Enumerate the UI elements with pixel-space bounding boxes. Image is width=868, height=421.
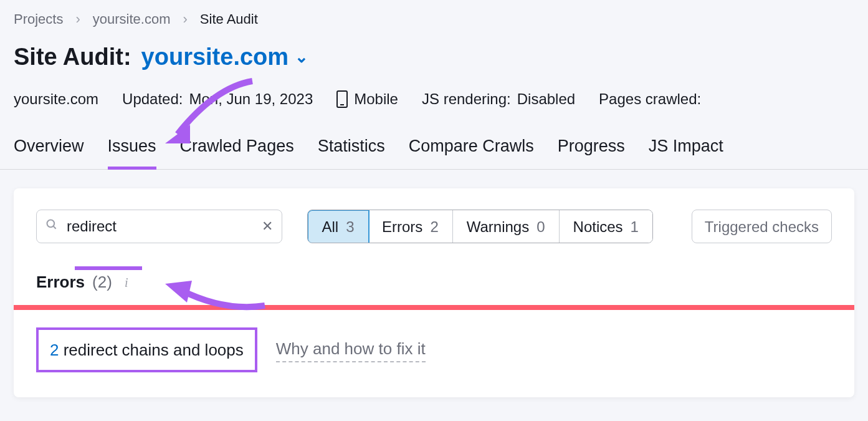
filter-errors[interactable]: Errors 2	[368, 210, 453, 243]
search-icon	[45, 217, 58, 236]
tab-crawled-pages[interactable]: Crawled Pages	[180, 128, 294, 170]
tab-js-impact[interactable]: JS Impact	[649, 128, 723, 170]
filter-label: Notices	[573, 216, 623, 238]
tab-compare-crawls[interactable]: Compare Crawls	[409, 128, 534, 170]
info-js-label: JS rendering:	[422, 89, 511, 110]
page-title: Site Audit:	[14, 41, 131, 74]
tab-statistics[interactable]: Statistics	[318, 128, 385, 170]
panel-toolbar: ✕ All 3 Errors 2 Warnings 0 Notices 1 Tr…	[14, 188, 854, 259]
breadcrumb: Projects › yoursite.com › Site Audit	[0, 0, 868, 34]
filter-notices[interactable]: Notices 1	[560, 210, 652, 243]
triggered-checks-button[interactable]: Triggered checks	[692, 210, 832, 243]
errors-label: Errors	[36, 271, 85, 293]
tabs: Overview Issues Crawled Pages Statistics…	[0, 128, 868, 170]
errors-heading: Errors (2) i	[14, 259, 854, 304]
chevron-right-icon: ›	[183, 10, 188, 29]
chevron-right-icon: ›	[75, 10, 80, 29]
breadcrumb-domain[interactable]: yoursite.com	[93, 10, 171, 29]
filter-warnings[interactable]: Warnings 0	[453, 210, 560, 243]
domain-name: yoursite.com	[141, 41, 289, 74]
page-title-row: Site Audit: yoursite.com ⌄	[0, 34, 868, 76]
info-updated-label: Updated:	[122, 89, 183, 110]
issue-row: 2 redirect chains and loops Why and how …	[14, 310, 854, 397]
breadcrumb-current: Site Audit	[200, 10, 258, 29]
filter-label: All	[322, 216, 339, 238]
search-input[interactable]	[65, 217, 254, 236]
info-js-value: Disabled	[517, 89, 575, 110]
info-pages-crawled: Pages crawled:	[599, 89, 701, 110]
info-updated-value: Mon, Jun 19, 2023	[189, 89, 313, 110]
info-bar: yoursite.com Updated: Mon, Jun 19, 2023 …	[0, 76, 868, 128]
info-icon[interactable]: i	[120, 276, 133, 289]
domain-switcher[interactable]: yoursite.com ⌄	[141, 41, 309, 74]
clear-icon[interactable]: ✕	[262, 217, 273, 236]
tab-issues[interactable]: Issues	[108, 128, 156, 170]
issue-count: 2	[50, 341, 59, 359]
info-js-rendering: JS rendering: Disabled	[422, 89, 575, 110]
filter-all[interactable]: All 3	[307, 210, 370, 243]
filter-count: 3	[346, 216, 354, 238]
filter-group: All 3 Errors 2 Warnings 0 Notices 1	[307, 210, 653, 243]
search-input-wrapper: ✕	[36, 210, 282, 243]
filter-count: 1	[631, 216, 639, 238]
breadcrumb-projects[interactable]: Projects	[14, 10, 63, 29]
tab-overview[interactable]: Overview	[14, 128, 84, 170]
svg-line-1	[54, 226, 56, 228]
issue-text: redirect chains and loops	[64, 341, 244, 359]
mobile-icon	[336, 90, 348, 108]
filter-count: 0	[537, 216, 545, 238]
svg-point-0	[47, 220, 55, 227]
issue-redirect-chains[interactable]: 2 redirect chains and loops	[36, 327, 257, 372]
info-device: Mobile	[336, 89, 398, 110]
issues-panel: ✕ All 3 Errors 2 Warnings 0 Notices 1 Tr…	[14, 188, 854, 397]
chevron-down-icon: ⌄	[295, 46, 308, 68]
filter-count: 2	[430, 216, 438, 238]
errors-severity-bar	[14, 305, 854, 310]
why-and-how-link[interactable]: Why and how to fix it	[276, 337, 426, 362]
filter-label: Errors	[382, 216, 422, 238]
info-updated: Updated: Mon, Jun 19, 2023	[122, 89, 313, 110]
errors-count: (2)	[92, 271, 112, 293]
tab-progress[interactable]: Progress	[558, 128, 625, 170]
info-domain: yoursite.com	[14, 89, 98, 110]
filter-label: Warnings	[467, 216, 529, 238]
info-device-label: Mobile	[354, 89, 398, 110]
